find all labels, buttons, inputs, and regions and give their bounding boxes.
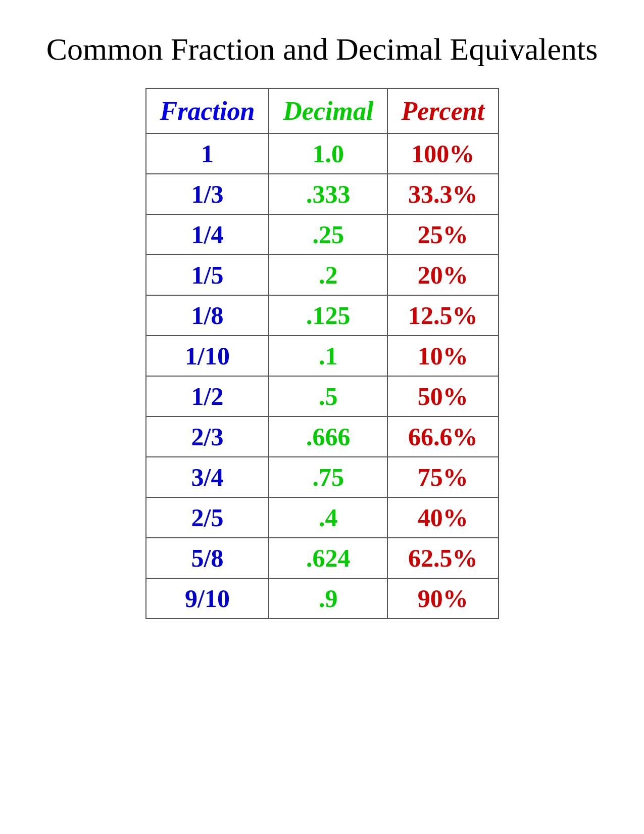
cell-fraction: 1 bbox=[146, 133, 269, 174]
cell-fraction: 1/2 bbox=[146, 376, 269, 416]
cell-decimal: .333 bbox=[269, 174, 387, 214]
cell-decimal: .666 bbox=[269, 416, 387, 457]
cell-fraction: 5/8 bbox=[146, 538, 269, 578]
table-row: 1/2.550% bbox=[146, 376, 499, 416]
table-row: 1/4.2525% bbox=[146, 214, 499, 255]
table-row: 1/5.220% bbox=[146, 255, 499, 295]
cell-fraction: 1/3 bbox=[146, 174, 269, 214]
cell-fraction: 2/5 bbox=[146, 497, 269, 538]
table-row: 2/3.66666.6% bbox=[146, 416, 499, 457]
cell-fraction: 3/4 bbox=[146, 457, 269, 497]
cell-decimal: .2 bbox=[269, 255, 387, 295]
cell-decimal: .4 bbox=[269, 497, 387, 538]
cell-decimal: .624 bbox=[269, 538, 387, 578]
page-title: Common Fraction and Decimal Equivalents bbox=[46, 30, 598, 68]
cell-fraction: 1/5 bbox=[146, 255, 269, 295]
cell-decimal: .25 bbox=[269, 214, 387, 255]
cell-decimal: .125 bbox=[269, 295, 387, 336]
cell-decimal: .75 bbox=[269, 457, 387, 497]
table-row: 2/5.440% bbox=[146, 497, 499, 538]
header-fraction: Fraction bbox=[146, 88, 269, 133]
cell-percent: 66.6% bbox=[387, 416, 498, 457]
cell-percent: 75% bbox=[387, 457, 498, 497]
cell-fraction: 9/10 bbox=[146, 578, 269, 619]
cell-percent: 25% bbox=[387, 214, 498, 255]
cell-percent: 20% bbox=[387, 255, 498, 295]
cell-percent: 40% bbox=[387, 497, 498, 538]
header-decimal: Decimal bbox=[269, 88, 387, 133]
cell-percent: 10% bbox=[387, 336, 498, 376]
table-header-row: Fraction Decimal Percent bbox=[146, 88, 499, 133]
cell-percent: 50% bbox=[387, 376, 498, 416]
table-row: 1/8.12512.5% bbox=[146, 295, 499, 336]
cell-decimal: .1 bbox=[269, 336, 387, 376]
cell-percent: 90% bbox=[387, 578, 498, 619]
table-row: 1/3.33333.3% bbox=[146, 174, 499, 214]
table-row: 9/10.990% bbox=[146, 578, 499, 619]
cell-percent: 100% bbox=[387, 133, 498, 174]
cell-percent: 33.3% bbox=[387, 174, 498, 214]
header-percent: Percent bbox=[387, 88, 498, 133]
cell-decimal: 1.0 bbox=[269, 133, 387, 174]
fraction-decimal-table: Fraction Decimal Percent 11.0100%1/3.333… bbox=[145, 88, 499, 619]
cell-decimal: .9 bbox=[269, 578, 387, 619]
cell-fraction: 1/10 bbox=[146, 336, 269, 376]
cell-percent: 62.5% bbox=[387, 538, 498, 578]
table-row: 5/8.62462.5% bbox=[146, 538, 499, 578]
table-row: 11.0100% bbox=[146, 133, 499, 174]
cell-fraction: 2/3 bbox=[146, 416, 269, 457]
cell-fraction: 1/8 bbox=[146, 295, 269, 336]
cell-percent: 12.5% bbox=[387, 295, 498, 336]
table-row: 3/4.7575% bbox=[146, 457, 499, 497]
cell-fraction: 1/4 bbox=[146, 214, 269, 255]
table-row: 1/10.110% bbox=[146, 336, 499, 376]
cell-decimal: .5 bbox=[269, 376, 387, 416]
